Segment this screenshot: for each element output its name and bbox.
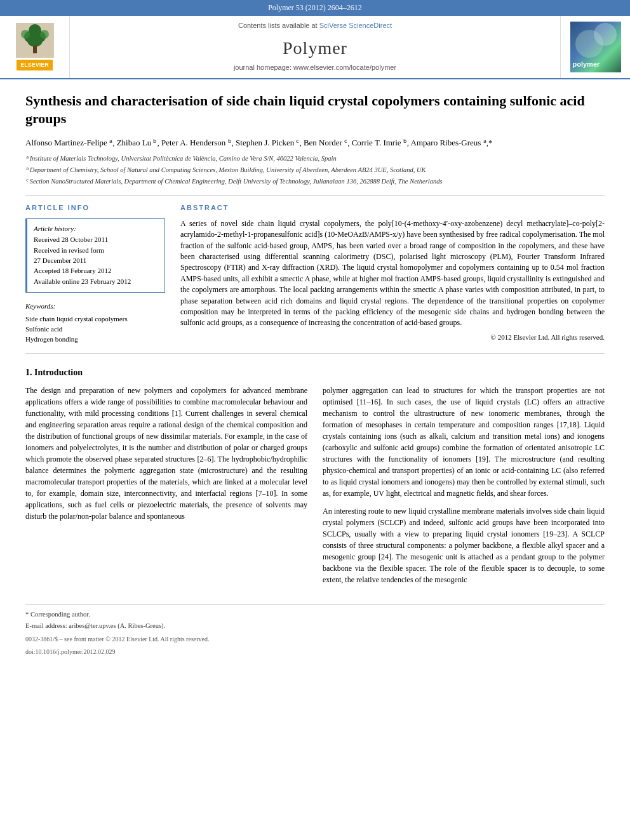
article-content: Synthesis and characterisation of side c… — [0, 79, 630, 669]
elsevier-logo-area: ELSEVIER — [0, 16, 70, 78]
svg-point-6 — [21, 30, 30, 39]
journal-header: ELSEVIER Contents lists available at Sci… — [0, 16, 630, 79]
revised-date: 27 December 2011 — [34, 256, 158, 265]
intro-heading-text: Introduction — [34, 368, 83, 377]
journal-citation: Polymer 53 (2012) 2604–2612 — [268, 3, 362, 12]
svg-rect-5 — [33, 46, 37, 53]
article-info-section: ARTICLE INFO Article history: Received 2… — [25, 203, 165, 293]
intro-para-right-2: An interesting route to new liquid cryst… — [323, 505, 605, 585]
elsevier-logo: ELSEVIER — [16, 23, 54, 70]
journal-title: Polymer — [283, 36, 347, 60]
top-banner: Polymer 53 (2012) 2604–2612 — [0, 0, 630, 16]
journal-homepage: journal homepage: www.elsevier.com/locat… — [234, 63, 396, 72]
polymer-logo-box: polymer — [570, 22, 621, 72]
authors-text: Alfonso Martinez-Felipe ᵃ, Zhibao Lu ᵇ, … — [25, 138, 492, 147]
affiliations: ᵃ Institute of Materials Technology, Uni… — [25, 154, 605, 186]
polymer-logo-area: polymer — [560, 16, 630, 78]
article-info-label: ARTICLE INFO — [25, 203, 165, 213]
intro-right-col: polymer aggregation can lead to structur… — [323, 385, 605, 592]
received-date: Received 28 October 2011 — [34, 235, 158, 244]
footer-issn: 0032-3861/$ – see front matter © 2012 El… — [25, 635, 605, 644]
accepted-date: Accepted 18 February 2012 — [34, 266, 158, 276]
intro-para-right-1: polymer aggregation can lead to structur… — [323, 385, 605, 499]
article-info-col: ARTICLE INFO Article history: Received 2… — [25, 203, 165, 345]
intro-heading: 1. Introduction — [25, 366, 605, 379]
keyword-3: Hydrogen bonding — [25, 335, 165, 344]
elsevier-badge: ELSEVIER — [17, 60, 53, 70]
affiliation-a: ᵃ Institute of Materials Technology, Uni… — [25, 154, 605, 164]
footer-doi: doi:10.1016/j.polymer.2012.02.029 — [25, 648, 605, 657]
abstract-text: A series of novel side chain liquid crys… — [180, 218, 605, 329]
copyright-line: © 2012 Elsevier Ltd. All rights reserved… — [180, 333, 605, 342]
article-info-box: Article history: Received 28 October 201… — [25, 218, 165, 293]
journal-center: Contents lists available at SciVerse Sci… — [70, 16, 560, 78]
received-revised-label: Received in revised form — [34, 246, 158, 255]
polymer-logo-text: polymer — [573, 60, 600, 69]
available-online-date: Available online 23 February 2012 — [34, 277, 158, 286]
info-abstract-row: ARTICLE INFO Article history: Received 2… — [25, 203, 605, 345]
intro-number: 1. — [25, 368, 32, 377]
svg-point-7 — [40, 30, 49, 39]
page-footer: * Corresponding author. E-mail address: … — [25, 604, 605, 656]
sciverse-note: Contents lists available at SciVerse Sci… — [238, 21, 392, 30]
affiliation-c: ᶜ Section NanoStructured Materials, Depa… — [25, 177, 605, 187]
corresponding-author-note: * Corresponding author. — [25, 610, 605, 620]
intro-left-col: The design and preparation of new polyme… — [25, 385, 307, 592]
elsevier-tree-icon — [16, 23, 54, 58]
keyword-2: Sulfonic acid — [25, 324, 165, 334]
keyword-1: Side chain liquid crystal copolymers — [25, 314, 165, 324]
abstract-col: ABSTRACT A series of novel side chain li… — [180, 203, 605, 345]
email-label: E-mail address: aribes@ter.upv.es (A. Ri… — [25, 622, 165, 629]
affiliation-b: ᵇ Department of Chemistry, School of Nat… — [25, 165, 605, 175]
abstract-section: ABSTRACT A series of novel side chain li… — [180, 203, 605, 342]
article-title: Synthesis and characterisation of side c… — [25, 92, 605, 128]
history-label: Article history: — [34, 224, 158, 234]
keywords-label: Keywords: — [25, 302, 165, 311]
email-line: E-mail address: aribes@ter.upv.es (A. Ri… — [25, 622, 605, 631]
body-divider — [25, 353, 605, 354]
sciverse-link[interactable]: SciVerse ScienceDirect — [319, 22, 392, 29]
svg-point-4 — [27, 34, 43, 47]
intro-para-left-1: The design and preparation of new polyme… — [25, 385, 307, 522]
svg-point-10 — [575, 30, 603, 58]
intro-body-cols: The design and preparation of new polyme… — [25, 385, 605, 592]
main-body: 1. Introduction The design and preparati… — [25, 366, 605, 592]
authors-line: Alfonso Martinez-Felipe ᵃ, Zhibao Lu ᵇ, … — [25, 137, 605, 149]
page-wrapper: Polymer 53 (2012) 2604–2612 — [0, 0, 630, 669]
header-divider — [25, 195, 605, 196]
keywords-box: Keywords: Side chain liquid crystal copo… — [25, 302, 165, 345]
abstract-label: ABSTRACT — [180, 203, 605, 213]
